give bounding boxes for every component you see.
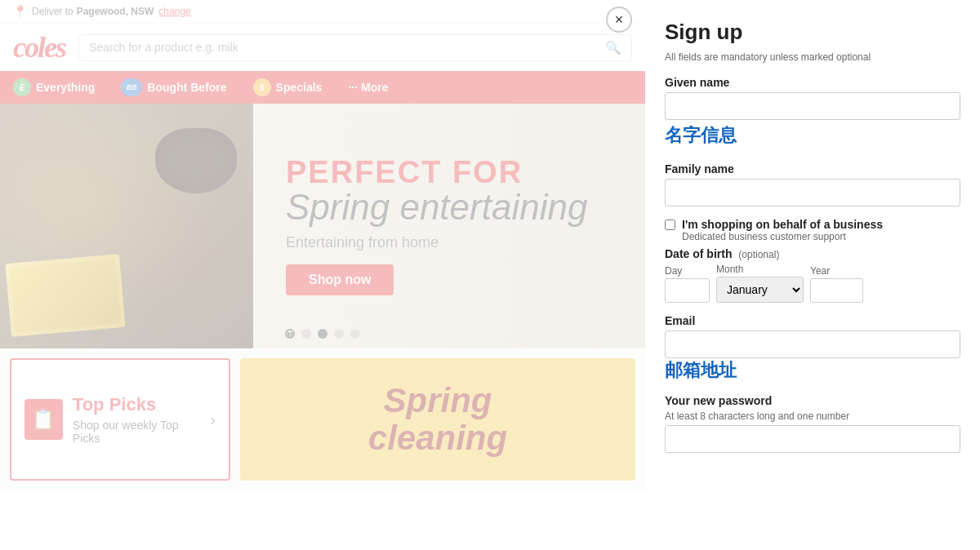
dob-inputs-row: Day Month January February March April M… [665,264,960,303]
business-sublabel: Dedicated business customer support [682,231,883,242]
business-text: I'm shopping on behalf of a business Ded… [682,218,883,242]
signup-mandatory-note: All fields are mandatory unless marked o… [665,51,960,63]
signup-panel: Sign up All fields are mandatory unless … [645,0,980,550]
email-hint: 邮箱地址 [665,358,960,383]
given-name-group: Given name 名字信息 [665,76,960,151]
password-hint: At least 8 characters long and one numbe… [665,410,960,422]
given-name-hint: 名字信息 [665,120,960,151]
password-label: Your new password [665,394,960,407]
month-group: Month January February March April May J… [716,264,804,303]
modal-overlay [0,0,645,550]
dob-day-input[interactable] [665,278,710,303]
dob-optional: (optional) [738,249,779,260]
email-input[interactable] [665,330,960,358]
dob-label: Date of birth (optional) [665,247,960,260]
email-group: Email 邮箱地址 [665,314,960,383]
password-input[interactable] [665,425,960,453]
email-label: Email [665,314,960,327]
family-name-input[interactable] [665,179,960,206]
main-content: 📍 Deliver to Pagewood, NSW change coles … [0,0,645,550]
close-modal-button[interactable]: × [606,7,632,33]
family-name-group: Family name [665,162,960,206]
dob-group: Date of birth (optional) Day Month Janua… [665,247,960,303]
business-label: I'm shopping on behalf of a business [682,218,883,231]
family-name-label: Family name [665,162,960,175]
dob-month-select[interactable]: January February March April May June Ju… [716,277,804,303]
month-label: Month [716,264,804,275]
signup-title: Sign up [665,20,960,45]
day-group: Day [665,265,710,303]
day-label: Day [665,265,710,277]
dob-year-input[interactable] [810,278,863,303]
password-group: Your new password At least 8 characters … [665,394,960,453]
business-checkbox[interactable] [665,220,675,230]
business-checkbox-group: I'm shopping on behalf of a business Ded… [665,218,960,242]
given-name-input[interactable] [665,92,960,120]
year-group: Year [810,265,863,303]
given-name-label: Given name [665,76,960,89]
year-label: Year [810,265,863,277]
